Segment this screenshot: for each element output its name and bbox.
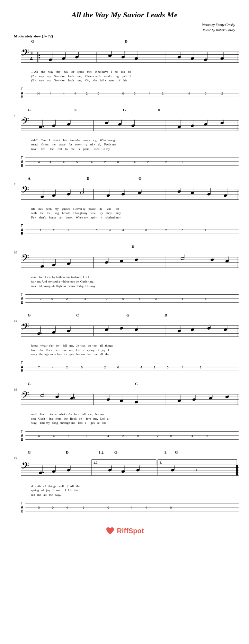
section-4: 10 D 𝄢 <box>10 244 239 307</box>
svg-text:4: 4 <box>30 55 33 61</box>
lyric-row-5-2: from the Rock be - fore me, Lo! a spring… <box>31 348 239 352</box>
svg-text:T: T <box>21 87 23 91</box>
lyric-row-4-2: fal - ter, And my soul a - thirst may be… <box>31 279 239 284</box>
svg-point-17 <box>62 57 65 60</box>
svg-text:0: 0 <box>145 229 147 232</box>
chord-G-5: G <box>28 313 31 317</box>
staff-svg-3: 𝄢 <box>21 182 239 206</box>
svg-point-202 <box>41 333 42 334</box>
lyric-row-3-1: life has been my guide? Heav'n-ly peace,… <box>31 207 239 211</box>
svg-text:3.: 3. <box>159 461 162 464</box>
svg-text:B: B <box>21 95 24 99</box>
svg-text:2: 2 <box>200 366 202 369</box>
chord-G-4: G <box>139 176 142 180</box>
lyrics-4: com - fort, Here by faith in him to dwel… <box>21 274 239 289</box>
svg-text:T: T <box>21 156 23 160</box>
chord-A-3: A <box>28 176 30 180</box>
svg-text:A: A <box>21 506 24 509</box>
tab-3: T A B 2 2 4 0 4 4 0 2 0 2 <box>21 221 239 238</box>
svg-point-172 <box>210 258 214 261</box>
svg-point-300 <box>39 471 43 474</box>
section-7: 19 G D 1.2. G 3. G 𝄢 1.2. 3. <box>10 450 239 516</box>
svg-text:A: A <box>21 228 24 232</box>
svg-text:0: 0 <box>96 229 98 232</box>
svg-text:4: 4 <box>192 434 193 437</box>
svg-text:4: 4 <box>107 434 109 437</box>
svg-point-66 <box>43 126 44 127</box>
svg-text:2: 2 <box>162 92 163 95</box>
svg-point-162 <box>67 262 71 266</box>
tab-4: T A B 0 0 2 4 0 5 4 2 4 5 <box>21 289 239 307</box>
svg-text:4: 4 <box>63 160 65 163</box>
lyrics-6: well; For I know what - e'er be - fall m… <box>21 411 239 426</box>
lyric-row-1-3: (3.) way my Sav - ior leads me; Oh, the … <box>31 78 239 83</box>
svg-point-123 <box>138 191 142 194</box>
lyric-row-1-2: (2.) way my Sav - ior leads me; Cheers e… <box>31 74 239 79</box>
lyric-row-7-3: led me all the way. <box>31 493 239 497</box>
staff-svg-7: 𝄢 1.2. 3. <box>21 456 239 483</box>
svg-text:2: 2 <box>40 229 42 232</box>
svg-point-303 <box>52 470 56 473</box>
svg-text:7: 7 <box>86 434 88 437</box>
chord-G-2: G <box>28 108 31 112</box>
svg-point-33 <box>220 57 224 60</box>
svg-point-119 <box>106 194 110 197</box>
svg-text:4: 4 <box>134 160 135 163</box>
svg-point-259 <box>134 401 138 404</box>
svg-point-265 <box>209 397 213 400</box>
svg-point-19 <box>75 55 79 59</box>
svg-text:1.2.: 1.2. <box>94 461 98 464</box>
tempo-marking: Moderately slow (♩= 72) <box>14 34 239 38</box>
svg-point-158 <box>40 265 44 268</box>
svg-text:2: 2 <box>157 434 159 437</box>
measure-number-10: 10 <box>14 251 17 254</box>
svg-point-81 <box>204 123 207 126</box>
lyric-row-7-2: spring of joy I see. 3. All the <box>31 488 239 493</box>
section-5: 13 G C G D 𝄢 <box>10 313 239 375</box>
svg-point-250 <box>55 395 59 399</box>
svg-point-160 <box>52 263 56 267</box>
svg-text:2: 2 <box>66 297 68 301</box>
svg-text:5: 5 <box>122 297 124 301</box>
svg-point-170 <box>181 257 185 260</box>
svg-point-67 <box>52 124 56 127</box>
svg-text:A: A <box>21 365 24 369</box>
svg-point-129 <box>207 193 211 196</box>
chord-volta-3: 3. <box>164 450 167 454</box>
svg-text:0: 0 <box>106 297 107 301</box>
svg-text:0: 0 <box>40 297 42 301</box>
svg-text:4: 4 <box>149 92 150 95</box>
svg-point-253 <box>74 397 75 399</box>
staff-svg-2: 𝄢 <box>21 113 239 137</box>
svg-point-79 <box>190 124 194 127</box>
svg-text:4: 4 <box>68 229 70 232</box>
svg-text:4: 4 <box>122 229 124 232</box>
svg-text:𝄢: 𝄢 <box>21 390 29 403</box>
svg-point-127 <box>190 191 194 194</box>
svg-text:2: 2 <box>104 366 106 369</box>
lyric-row-3-3: Fa - ther's house a - bove; When my spir… <box>31 215 239 220</box>
svg-text:2: 2 <box>205 229 206 232</box>
svg-text:0: 0 <box>134 92 135 95</box>
staff-svg-5: 𝄢 <box>21 319 239 343</box>
tab-6: T A B 4 4 5 7 4 2 0 2 0 4 2 <box>21 427 239 444</box>
svg-text:4: 4 <box>91 160 93 163</box>
svg-text:0: 0 <box>98 92 99 95</box>
svg-point-83 <box>220 122 224 125</box>
lyric-row-3-2: with the liv - ing bread; Though my wea … <box>31 211 239 215</box>
riffspot-heart-icon <box>105 526 115 536</box>
section-6: 16 G C 𝄢 <box>10 382 239 444</box>
svg-point-201 <box>37 332 41 335</box>
chord-D-4: D <box>132 244 134 249</box>
svg-text:T: T <box>21 502 23 506</box>
svg-text:0: 0 <box>51 297 53 301</box>
svg-text:𝄢: 𝄢 <box>21 116 29 129</box>
tab-5: T A B 7 4 2 0 2 0 4 2 0 4 2 <box>21 358 239 375</box>
chord-C-6: C <box>135 382 138 386</box>
credits: Words by Fanny Crosby Music by Robert Lo… <box>10 22 239 33</box>
svg-point-220 <box>223 328 227 331</box>
svg-point-174 <box>225 260 229 263</box>
svg-text:B: B <box>21 369 24 373</box>
svg-point-73 <box>118 123 122 126</box>
svg-text:T: T <box>21 293 23 296</box>
